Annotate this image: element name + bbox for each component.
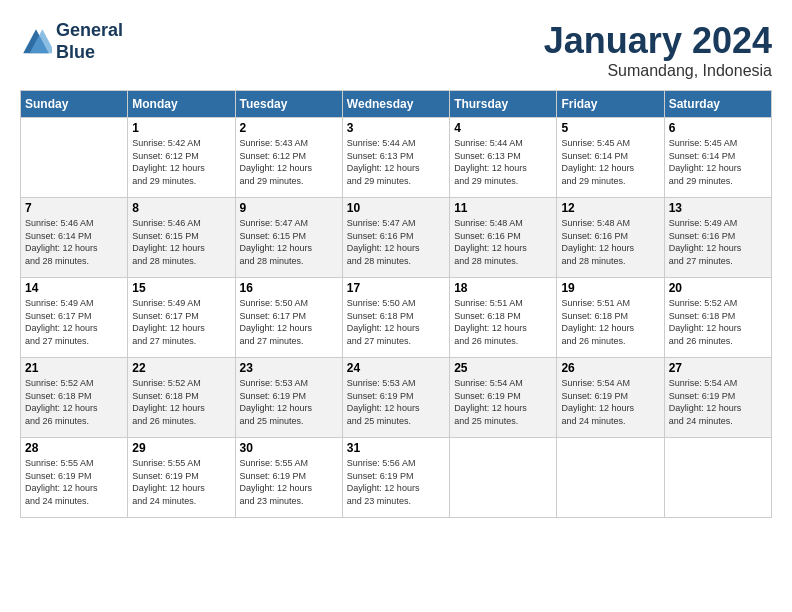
day-detail: Sunrise: 5:46 AMSunset: 6:15 PMDaylight:… <box>132 217 230 267</box>
day-detail: Sunrise: 5:42 AMSunset: 6:12 PMDaylight:… <box>132 137 230 187</box>
day-number: 1 <box>132 121 230 135</box>
week-row-2: 7Sunrise: 5:46 AMSunset: 6:14 PMDaylight… <box>21 198 772 278</box>
day-detail: Sunrise: 5:52 AMSunset: 6:18 PMDaylight:… <box>132 377 230 427</box>
logo-icon <box>20 26 52 58</box>
day-number: 31 <box>347 441 445 455</box>
weekday-header-sunday: Sunday <box>21 91 128 118</box>
day-number: 2 <box>240 121 338 135</box>
calendar-cell <box>21 118 128 198</box>
logo-text: General Blue <box>56 20 123 63</box>
day-detail: Sunrise: 5:45 AMSunset: 6:14 PMDaylight:… <box>669 137 767 187</box>
day-number: 7 <box>25 201 123 215</box>
day-detail: Sunrise: 5:52 AMSunset: 6:18 PMDaylight:… <box>669 297 767 347</box>
day-number: 24 <box>347 361 445 375</box>
day-detail: Sunrise: 5:54 AMSunset: 6:19 PMDaylight:… <box>669 377 767 427</box>
calendar-cell: 9Sunrise: 5:47 AMSunset: 6:15 PMDaylight… <box>235 198 342 278</box>
weekday-header-wednesday: Wednesday <box>342 91 449 118</box>
calendar-cell <box>664 438 771 518</box>
calendar-cell: 24Sunrise: 5:53 AMSunset: 6:19 PMDayligh… <box>342 358 449 438</box>
day-detail: Sunrise: 5:48 AMSunset: 6:16 PMDaylight:… <box>454 217 552 267</box>
day-detail: Sunrise: 5:49 AMSunset: 6:17 PMDaylight:… <box>132 297 230 347</box>
calendar-cell <box>450 438 557 518</box>
day-number: 13 <box>669 201 767 215</box>
day-detail: Sunrise: 5:44 AMSunset: 6:13 PMDaylight:… <box>454 137 552 187</box>
week-row-1: 1Sunrise: 5:42 AMSunset: 6:12 PMDaylight… <box>21 118 772 198</box>
location-subtitle: Sumandang, Indonesia <box>544 62 772 80</box>
week-row-3: 14Sunrise: 5:49 AMSunset: 6:17 PMDayligh… <box>21 278 772 358</box>
calendar-cell: 1Sunrise: 5:42 AMSunset: 6:12 PMDaylight… <box>128 118 235 198</box>
calendar-cell: 16Sunrise: 5:50 AMSunset: 6:17 PMDayligh… <box>235 278 342 358</box>
day-number: 4 <box>454 121 552 135</box>
day-detail: Sunrise: 5:49 AMSunset: 6:16 PMDaylight:… <box>669 217 767 267</box>
day-number: 29 <box>132 441 230 455</box>
day-number: 14 <box>25 281 123 295</box>
day-detail: Sunrise: 5:55 AMSunset: 6:19 PMDaylight:… <box>240 457 338 507</box>
calendar-cell: 26Sunrise: 5:54 AMSunset: 6:19 PMDayligh… <box>557 358 664 438</box>
day-number: 18 <box>454 281 552 295</box>
weekday-header-monday: Monday <box>128 91 235 118</box>
calendar-cell: 7Sunrise: 5:46 AMSunset: 6:14 PMDaylight… <box>21 198 128 278</box>
day-number: 26 <box>561 361 659 375</box>
day-detail: Sunrise: 5:51 AMSunset: 6:18 PMDaylight:… <box>454 297 552 347</box>
calendar-cell: 29Sunrise: 5:55 AMSunset: 6:19 PMDayligh… <box>128 438 235 518</box>
day-detail: Sunrise: 5:44 AMSunset: 6:13 PMDaylight:… <box>347 137 445 187</box>
calendar-cell: 4Sunrise: 5:44 AMSunset: 6:13 PMDaylight… <box>450 118 557 198</box>
day-number: 12 <box>561 201 659 215</box>
day-number: 27 <box>669 361 767 375</box>
day-number: 11 <box>454 201 552 215</box>
day-number: 9 <box>240 201 338 215</box>
weekday-header-saturday: Saturday <box>664 91 771 118</box>
day-detail: Sunrise: 5:53 AMSunset: 6:19 PMDaylight:… <box>240 377 338 427</box>
day-number: 19 <box>561 281 659 295</box>
day-detail: Sunrise: 5:48 AMSunset: 6:16 PMDaylight:… <box>561 217 659 267</box>
title-block: January 2024 Sumandang, Indonesia <box>544 20 772 80</box>
calendar-cell: 25Sunrise: 5:54 AMSunset: 6:19 PMDayligh… <box>450 358 557 438</box>
weekday-header-tuesday: Tuesday <box>235 91 342 118</box>
day-detail: Sunrise: 5:54 AMSunset: 6:19 PMDaylight:… <box>561 377 659 427</box>
calendar-cell: 15Sunrise: 5:49 AMSunset: 6:17 PMDayligh… <box>128 278 235 358</box>
calendar-cell: 14Sunrise: 5:49 AMSunset: 6:17 PMDayligh… <box>21 278 128 358</box>
day-number: 8 <box>132 201 230 215</box>
day-detail: Sunrise: 5:43 AMSunset: 6:12 PMDaylight:… <box>240 137 338 187</box>
day-detail: Sunrise: 5:53 AMSunset: 6:19 PMDaylight:… <box>347 377 445 427</box>
day-number: 25 <box>454 361 552 375</box>
page-header: General Blue January 2024 Sumandang, Ind… <box>20 20 772 80</box>
day-detail: Sunrise: 5:54 AMSunset: 6:19 PMDaylight:… <box>454 377 552 427</box>
day-number: 30 <box>240 441 338 455</box>
calendar-cell: 6Sunrise: 5:45 AMSunset: 6:14 PMDaylight… <box>664 118 771 198</box>
calendar-cell: 13Sunrise: 5:49 AMSunset: 6:16 PMDayligh… <box>664 198 771 278</box>
day-number: 15 <box>132 281 230 295</box>
day-number: 16 <box>240 281 338 295</box>
logo: General Blue <box>20 20 123 63</box>
day-detail: Sunrise: 5:46 AMSunset: 6:14 PMDaylight:… <box>25 217 123 267</box>
day-detail: Sunrise: 5:52 AMSunset: 6:18 PMDaylight:… <box>25 377 123 427</box>
calendar-table: SundayMondayTuesdayWednesdayThursdayFrid… <box>20 90 772 518</box>
calendar-cell: 5Sunrise: 5:45 AMSunset: 6:14 PMDaylight… <box>557 118 664 198</box>
calendar-cell: 21Sunrise: 5:52 AMSunset: 6:18 PMDayligh… <box>21 358 128 438</box>
day-detail: Sunrise: 5:50 AMSunset: 6:18 PMDaylight:… <box>347 297 445 347</box>
week-row-4: 21Sunrise: 5:52 AMSunset: 6:18 PMDayligh… <box>21 358 772 438</box>
day-detail: Sunrise: 5:56 AMSunset: 6:19 PMDaylight:… <box>347 457 445 507</box>
day-detail: Sunrise: 5:45 AMSunset: 6:14 PMDaylight:… <box>561 137 659 187</box>
day-number: 3 <box>347 121 445 135</box>
calendar-cell: 28Sunrise: 5:55 AMSunset: 6:19 PMDayligh… <box>21 438 128 518</box>
day-number: 20 <box>669 281 767 295</box>
calendar-cell: 12Sunrise: 5:48 AMSunset: 6:16 PMDayligh… <box>557 198 664 278</box>
day-number: 17 <box>347 281 445 295</box>
month-title: January 2024 <box>544 20 772 62</box>
calendar-cell: 22Sunrise: 5:52 AMSunset: 6:18 PMDayligh… <box>128 358 235 438</box>
day-number: 22 <box>132 361 230 375</box>
weekday-header-thursday: Thursday <box>450 91 557 118</box>
calendar-cell: 27Sunrise: 5:54 AMSunset: 6:19 PMDayligh… <box>664 358 771 438</box>
day-number: 6 <box>669 121 767 135</box>
day-detail: Sunrise: 5:50 AMSunset: 6:17 PMDaylight:… <box>240 297 338 347</box>
day-number: 5 <box>561 121 659 135</box>
day-detail: Sunrise: 5:51 AMSunset: 6:18 PMDaylight:… <box>561 297 659 347</box>
calendar-cell: 20Sunrise: 5:52 AMSunset: 6:18 PMDayligh… <box>664 278 771 358</box>
calendar-cell: 8Sunrise: 5:46 AMSunset: 6:15 PMDaylight… <box>128 198 235 278</box>
day-detail: Sunrise: 5:49 AMSunset: 6:17 PMDaylight:… <box>25 297 123 347</box>
calendar-cell: 3Sunrise: 5:44 AMSunset: 6:13 PMDaylight… <box>342 118 449 198</box>
day-number: 23 <box>240 361 338 375</box>
day-detail: Sunrise: 5:47 AMSunset: 6:15 PMDaylight:… <box>240 217 338 267</box>
calendar-cell: 11Sunrise: 5:48 AMSunset: 6:16 PMDayligh… <box>450 198 557 278</box>
